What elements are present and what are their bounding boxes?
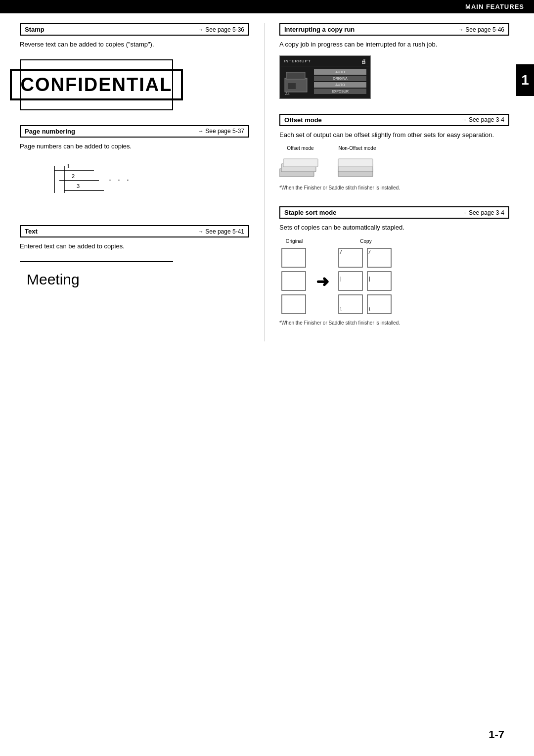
svg-text:\: \	[340, 307, 342, 312]
stamp-description: Reverse text can be added to copies ("st…	[20, 40, 249, 49]
page-numbering-desc: Page numbers can be added to copies.	[20, 142, 249, 151]
stamp-section: Stamp → See page 5-36 Reverse text can b…	[20, 23, 249, 110]
offset-ref: → See page 3-4	[461, 116, 504, 123]
interrupt-title: Interrupting a copy run	[284, 26, 355, 33]
svg-rect-15	[283, 159, 318, 167]
non-offset-label: Non-Offset mode	[339, 145, 376, 151]
staple-original-label: Original	[286, 238, 303, 244]
offset-header: Offset mode → See page 3-4	[279, 114, 509, 126]
panel-auto-label: AUTO	[314, 69, 366, 75]
page-numbering-header: Page numbering → See page 5-37	[20, 125, 249, 138]
staple-arrow: ➜	[316, 272, 329, 291]
interrupt-header: Interrupting a copy run → See page 5-46	[279, 23, 509, 36]
page-numbering-section: Page numbering → See page 5-37 Page numb…	[20, 125, 249, 211]
page-footer: 1-7	[489, 728, 504, 741]
left-column: Stamp → See page 5-36 Reverse text can b…	[20, 23, 265, 341]
offset-mode-label: Offset mode	[287, 145, 313, 151]
svg-rect-30	[339, 295, 362, 314]
staple-sort-title: Staple sort mode	[284, 209, 336, 216]
staple-original-group: Original	[279, 238, 309, 315]
stamp-illustration: CONFIDENTIAL	[20, 59, 173, 110]
svg-rect-32	[367, 295, 391, 314]
svg-rect-21	[282, 295, 306, 314]
page-numbering-title: Page numbering	[25, 128, 75, 135]
interrupt-section: Interrupting a copy run → See page 5-46 …	[279, 23, 509, 99]
svg-text:1: 1	[67, 163, 70, 169]
text-feature-header: Text → See page 5-41	[20, 225, 249, 237]
copier-body-svg: A4	[284, 68, 311, 95]
interrupt-ref: → See page 5-46	[458, 26, 504, 33]
panel-exposure-label: EXPOSUR	[314, 89, 366, 94]
staple-illustration: Original ➜ Copy	[279, 238, 509, 315]
svg-rect-19	[282, 248, 306, 267]
offset-stack-svg	[279, 154, 321, 181]
panel-original-label: ORIGINA	[314, 76, 366, 81]
panel-auto2-label: AUTO	[314, 82, 366, 88]
offset-title: Offset mode	[284, 116, 322, 124]
svg-text:3: 3	[77, 183, 80, 189]
text-feature-section: Text → See page 5-41 Entered text can be…	[20, 225, 249, 297]
interrupt-desc: A copy job in progress can be interrupte…	[279, 40, 509, 49]
side-tab: 1	[516, 64, 534, 96]
page-wrapper: MAIN FEATURES 1 Stamp → See page 5-36 Re…	[0, 0, 534, 756]
interrupt-panel-label: INTERRUPT	[284, 59, 311, 63]
svg-rect-20	[282, 272, 306, 290]
meeting-text: Meeting	[27, 271, 80, 287]
offset-illustration: Offset mode Non-Offset mode	[279, 145, 509, 181]
svg-rect-11	[288, 83, 296, 89]
svg-text:2: 2	[72, 173, 75, 179]
svg-rect-26	[339, 272, 362, 290]
stamp-ref: → See page 5-36	[198, 26, 244, 33]
staple-sort-header: Staple sort mode → See page 3-4	[279, 206, 509, 219]
svg-text:. . .: . . .	[109, 173, 131, 183]
printer-icon: 🖨	[361, 58, 366, 64]
staple-sort-desc: Sets of copies can be automatically stap…	[279, 223, 509, 233]
side-tab-number: 1	[521, 72, 529, 88]
page-header: MAIN FEATURES	[0, 0, 534, 13]
stamp-title: Stamp	[25, 26, 44, 33]
offset-section: Offset mode → See page 3-4 Each set of o…	[279, 114, 509, 192]
interrupt-panel-illustration: INTERRUPT 🖨 A4	[279, 55, 509, 99]
meeting-illustration: Meeting	[20, 261, 173, 297]
non-offset-stack-svg	[336, 154, 378, 181]
staple-footnote: *When the Finisher or Saddle stitch fini…	[279, 319, 509, 327]
svg-text:|: |	[340, 276, 342, 282]
page-numbering-illustration: 1 2 3 . . .	[40, 161, 138, 210]
staple-sort-ref: → See page 3-4	[461, 209, 504, 216]
svg-rect-24	[367, 248, 391, 267]
offset-desc: Each set of output can be offset slightl…	[279, 130, 509, 140]
stamp-text: CONFIDENTIAL	[10, 69, 183, 100]
offset-footnote: *When the Finisher or Saddle stitch fini…	[279, 184, 509, 191]
page-numbering-ref: → See page 5-37	[198, 128, 244, 135]
page-numbering-svg: 1 2 3 . . .	[40, 161, 138, 210]
svg-rect-22	[339, 248, 362, 267]
staple-copy-label: Copy	[360, 238, 371, 244]
staple-copy-group: Copy / / | |	[336, 238, 396, 315]
staple-original-svg	[279, 246, 309, 315]
staple-sort-section: Staple sort mode → See page 3-4 Sets of …	[279, 206, 509, 327]
right-column: Interrupting a copy run → See page 5-46 …	[265, 23, 509, 341]
svg-text:|: |	[369, 276, 370, 282]
svg-rect-28	[367, 272, 391, 290]
svg-text:\: \	[369, 307, 370, 312]
svg-rect-10	[286, 72, 305, 79]
staple-copy-svg: / / | | \ \	[336, 246, 396, 315]
stamp-header: Stamp → See page 5-36	[20, 23, 249, 36]
main-content: Stamp → See page 5-36 Reverse text can b…	[0, 13, 534, 351]
svg-rect-18	[338, 159, 373, 167]
text-feature-title: Text	[25, 228, 38, 235]
text-feature-desc: Entered text can be added to copies.	[20, 241, 249, 251]
svg-text:A4: A4	[285, 92, 290, 95]
page-number: 1-7	[489, 728, 504, 741]
header-title: MAIN FEATURES	[465, 3, 524, 10]
text-feature-ref: → See page 5-41	[198, 228, 244, 235]
